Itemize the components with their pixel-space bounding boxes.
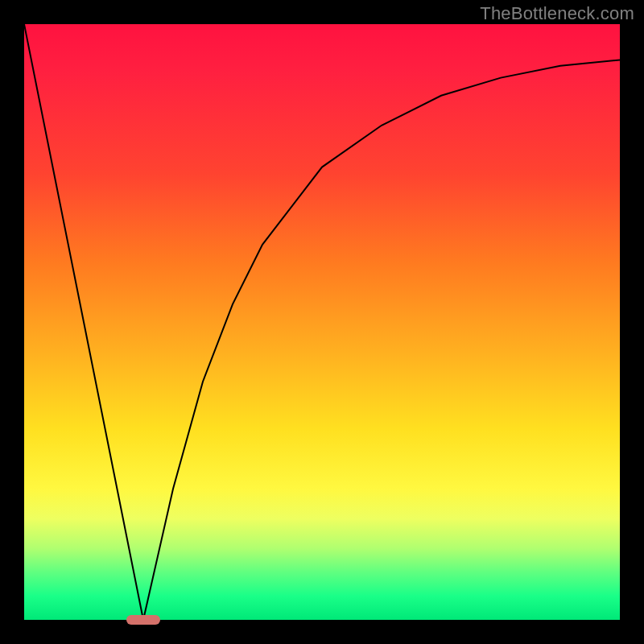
- curve-path: [24, 24, 620, 620]
- vertex-marker: [126, 615, 160, 625]
- watermark-text: TheBottleneck.com: [480, 3, 634, 24]
- bottleneck-curve: [24, 24, 620, 620]
- chart-frame: TheBottleneck.com: [0, 0, 644, 644]
- plot-area: [24, 24, 620, 620]
